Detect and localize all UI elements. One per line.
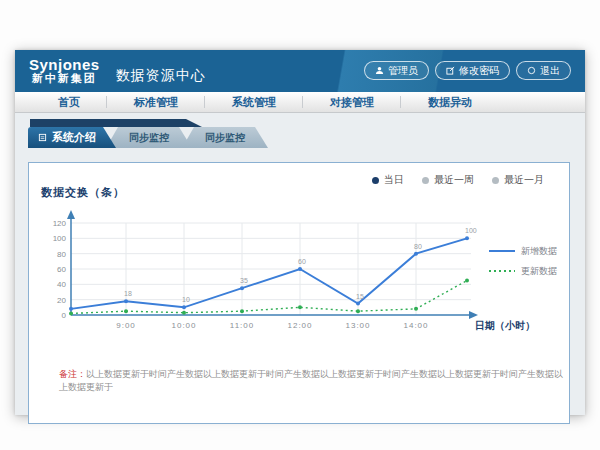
radio-last-week[interactable]: 最近一周 [422, 173, 474, 187]
x-tick-label: 13:00 [345, 321, 370, 330]
y-tick-label: 100 [53, 234, 67, 243]
tab-bar: 系统介绍 同步监控 同步监控 [28, 127, 570, 148]
data-point [465, 279, 469, 283]
tab-sync-monitor-2[interactable]: 同步监控 [182, 127, 268, 148]
x-tick-label: 12:00 [287, 321, 312, 330]
app-header: Synjones 新中新集团 数据资源中心 管理员 修改密码 退出 [15, 50, 585, 92]
data-point [240, 309, 244, 313]
edit-icon [446, 66, 455, 75]
point-label: 15 [356, 293, 364, 300]
tab-system-intro[interactable]: 系统介绍 [28, 127, 116, 148]
page-title: 数据资源中心 [116, 67, 206, 85]
user-icon [375, 66, 384, 75]
chart-container: 0204060801001209:0010:0011:0012:0013:001… [37, 203, 567, 357]
header-actions: 管理员 修改密码 退出 [364, 61, 571, 80]
radio-dot [372, 177, 379, 184]
footnote-text: 以上数据更新于时间产生数据以上数据更新于时间产生数据以上数据更新于时间产生数据以… [59, 369, 563, 392]
nav-item-system[interactable]: 系统管理 [205, 92, 303, 112]
power-icon [527, 66, 536, 75]
y-tick-label: 0 [62, 311, 67, 320]
y-tick-label: 20 [57, 296, 66, 305]
legend-label: 新增数据 [521, 246, 557, 256]
data-point [414, 252, 418, 256]
nav-item-integration[interactable]: 对接管理 [303, 92, 401, 112]
data-point [69, 307, 73, 311]
x-tick-label: 11:00 [230, 321, 254, 330]
radio-label: 当日 [384, 173, 404, 187]
radio-dot [492, 177, 499, 184]
radio-dot [422, 177, 429, 184]
admin-user-label: 管理员 [388, 64, 418, 78]
legend-label: 更新数据 [521, 266, 557, 276]
tab-label: 同步监控 [129, 131, 169, 145]
main-nav: 首页 标准管理 系统管理 对接管理 数据异动 [15, 92, 585, 113]
x-tick-label: 14:00 [403, 321, 428, 330]
logout-button[interactable]: 退出 [516, 61, 571, 80]
change-password-button[interactable]: 修改密码 [435, 61, 510, 80]
data-point [240, 286, 244, 290]
data-point [356, 309, 360, 313]
data-point [182, 311, 186, 315]
y-tick-label: 40 [57, 280, 66, 289]
point-label: 10 [182, 296, 190, 303]
nav-item-data-changes[interactable]: 数据异动 [401, 92, 499, 112]
radio-today[interactable]: 当日 [372, 173, 404, 187]
radio-last-month[interactable]: 最近一月 [492, 173, 544, 187]
x-axis-title: 日期（小时） [475, 320, 535, 331]
tab-ribbon-decor [30, 119, 202, 127]
tab-sync-monitor-1[interactable]: 同步监控 [106, 127, 192, 148]
data-point [414, 307, 418, 311]
data-point [124, 309, 128, 313]
tab-label: 系统介绍 [52, 130, 96, 145]
y-tick-label: 60 [57, 265, 66, 274]
data-point [69, 311, 73, 315]
footnote: 备注：以上数据更新于时间产生数据以上数据更新于时间产生数据以上数据更新于时间产生… [59, 368, 569, 394]
nav-item-home[interactable]: 首页 [31, 92, 107, 112]
tab-label: 同步监控 [205, 131, 245, 145]
admin-user-button[interactable]: 管理员 [364, 61, 429, 80]
brand-logo-cn: 新中新集团 [29, 73, 100, 85]
y-axis-arrow [67, 210, 75, 219]
nav-item-standards[interactable]: 标准管理 [107, 92, 205, 112]
data-point [465, 236, 469, 240]
series-line-新增数据 [71, 238, 467, 309]
point-label: 100 [465, 227, 477, 234]
line-chart: 0204060801001209:0010:0011:0012:0013:001… [37, 203, 567, 353]
y-tick-label: 80 [57, 250, 66, 259]
x-tick-label: 10:00 [171, 321, 196, 330]
app-window: Synjones 新中新集团 数据资源中心 管理员 修改密码 退出 [15, 50, 585, 415]
footnote-prefix: 备注： [59, 369, 86, 379]
data-point [124, 299, 128, 303]
chart-panel: 当日 最近一周 最近一月 数据交换（条） 0204060801001209:00… [28, 162, 570, 424]
logout-label: 退出 [540, 64, 560, 78]
x-tick-label: 9:00 [116, 321, 136, 330]
document-icon [38, 132, 47, 144]
data-point [298, 267, 302, 271]
point-label: 60 [298, 258, 306, 265]
point-label: 35 [240, 277, 248, 284]
data-point [182, 305, 186, 309]
time-range-radio-group: 当日 最近一周 最近一月 [372, 173, 544, 187]
data-point [356, 302, 360, 306]
point-label: 18 [124, 290, 132, 297]
brand-logo: Synjones 新中新集团 [29, 57, 100, 84]
y-tick-label: 120 [53, 219, 67, 228]
data-point [298, 305, 302, 309]
change-password-label: 修改密码 [459, 64, 499, 78]
x-axis-arrow [469, 311, 478, 319]
y-axis-title: 数据交换（条） [41, 185, 125, 200]
brand-logo-en: Synjones [29, 57, 100, 73]
radio-label: 最近一月 [504, 173, 544, 187]
radio-label: 最近一周 [434, 173, 474, 187]
content-area: 系统介绍 同步监控 同步监控 当日 最近一周 [15, 127, 585, 429]
point-label: 80 [414, 243, 422, 250]
